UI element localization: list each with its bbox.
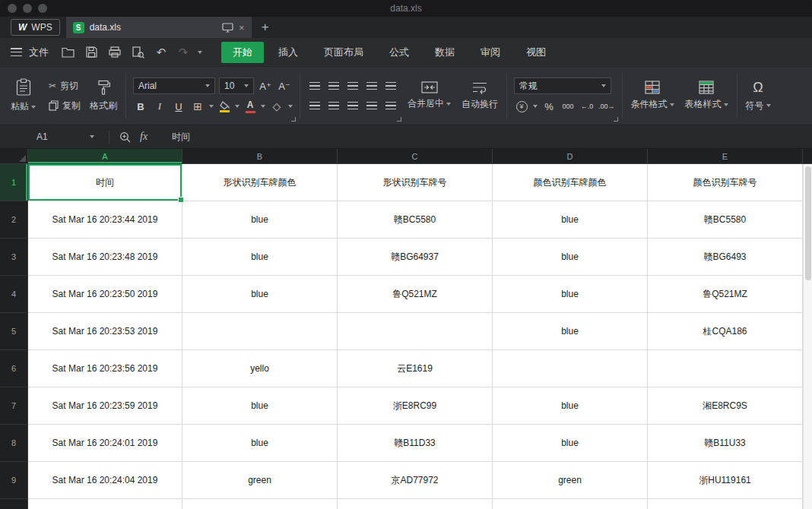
cell-A7[interactable]: Sat Mar 16 20:23:59 2019 <box>28 387 182 425</box>
cell-B10[interactable] <box>182 499 338 509</box>
row-header-4[interactable]: 4 <box>0 276 28 313</box>
cell-D8[interactable]: blue <box>493 425 648 462</box>
redo-icon[interactable]: ↷ <box>176 46 191 59</box>
presentation-mode-icon[interactable] <box>222 23 233 33</box>
cell-E2[interactable]: 赣BC5580 <box>648 201 803 239</box>
ribbon-tab-page-layout[interactable]: 页面布局 <box>312 42 375 63</box>
number-dialog-launcher-icon[interactable] <box>614 117 618 122</box>
save-icon[interactable] <box>83 44 100 61</box>
cell-D4[interactable]: blue <box>493 276 648 313</box>
cell-A1[interactable]: 时间 <box>28 164 182 201</box>
cell-E6[interactable] <box>648 350 803 387</box>
cell-B4[interactable]: blue <box>182 276 338 313</box>
cell-E3[interactable]: 赣BG6493 <box>648 239 803 276</box>
column-header-E[interactable]: E <box>648 149 803 164</box>
cell-C4[interactable]: 鲁Q521MZ <box>338 276 493 313</box>
row-header-6[interactable]: 6 <box>0 350 28 387</box>
font-family-select[interactable]: Arial <box>133 77 215 94</box>
cell-B2[interactable]: blue <box>182 201 338 239</box>
cell-D6[interactable] <box>493 350 648 387</box>
cell-E1[interactable]: 颜色识别车牌号 <box>648 164 803 201</box>
cell-D2[interactable]: blue <box>493 201 648 239</box>
cell-B3[interactable]: blue <box>182 239 338 276</box>
fill-color-caret-icon[interactable] <box>235 105 239 108</box>
cell-B9[interactable]: green <box>182 462 338 499</box>
cell-C10[interactable] <box>338 499 493 509</box>
cell-C7[interactable]: 浙E8RC99 <box>338 387 493 425</box>
undo-icon[interactable]: ↶ <box>154 46 169 59</box>
column-header-D[interactable]: D <box>493 149 648 164</box>
cell-A5[interactable]: Sat Mar 16 20:23:53 2019 <box>28 313 182 350</box>
cell-B1[interactable]: 形状识别车牌颜色 <box>182 164 338 201</box>
symbol-button[interactable]: Ω 符号 <box>741 71 776 121</box>
font-color-button[interactable]: A <box>243 99 257 114</box>
row-header-9[interactable]: 9 <box>0 462 28 499</box>
cell-C6[interactable]: 云E1619 <box>338 350 493 387</box>
alignment-dialog-launcher-icon[interactable] <box>397 117 401 122</box>
cell-name-box[interactable]: A1 <box>0 131 102 142</box>
conditional-format-button[interactable]: 条件格式 <box>626 71 680 121</box>
borders-button[interactable]: ⊞ <box>190 99 205 114</box>
align-right-button[interactable] <box>345 98 360 113</box>
ribbon-tab-review[interactable]: 审阅 <box>469 42 512 63</box>
conditional-format-caret-icon[interactable] <box>670 103 674 106</box>
cell-A2[interactable]: Sat Mar 16 20:23:44 2019 <box>28 201 182 239</box>
copy-button[interactable]: 复制 <box>49 98 81 113</box>
row-header-5[interactable]: 5 <box>0 313 28 350</box>
cell-A8[interactable]: Sat Mar 16 20:24:01 2019 <box>28 425 182 462</box>
column-header-A[interactable]: A <box>28 149 182 164</box>
italic-button[interactable]: I <box>152 99 167 114</box>
cell-D1[interactable]: 颜色识别车牌颜色 <box>493 164 648 201</box>
main-menu-icon[interactable] <box>11 48 22 56</box>
cell-B7[interactable]: blue <box>182 387 338 425</box>
justify-button[interactable] <box>364 98 379 113</box>
wps-home-tab[interactable]: W WPS <box>11 19 60 36</box>
cell-C9[interactable]: 京AD77972 <box>338 462 493 499</box>
cut-button[interactable]: ✂ 剪切 <box>49 78 81 93</box>
cell-E9[interactable]: 浙HU119161 <box>648 462 803 499</box>
cell-E8[interactable]: 赣B11U33 <box>648 425 803 462</box>
fill-color-button[interactable] <box>217 99 231 114</box>
align-left-button[interactable] <box>307 98 322 113</box>
insert-function-button[interactable]: fx <box>140 131 147 143</box>
row-header-7[interactable]: 7 <box>0 387 28 425</box>
ribbon-tab-view[interactable]: 视图 <box>515 42 557 63</box>
align-bottom-button[interactable] <box>345 78 360 93</box>
new-tab-button[interactable]: + <box>262 20 269 35</box>
distributed-button[interactable] <box>383 98 398 113</box>
row-header-8[interactable]: 8 <box>0 425 28 462</box>
number-format-select[interactable]: 常规 <box>514 77 611 94</box>
increase-font-size-button[interactable]: A⁺ <box>258 78 273 93</box>
zoom-icon[interactable] <box>116 128 133 145</box>
cell-C2[interactable]: 赣BC5580 <box>338 201 493 239</box>
cell-E5[interactable]: 桂CQA186 <box>648 313 803 350</box>
cell-E10[interactable] <box>648 499 803 509</box>
ribbon-tab-formulas[interactable]: 公式 <box>378 42 420 63</box>
cell-D5[interactable]: blue <box>493 313 648 350</box>
cell-E7[interactable]: 湘E8RC9S <box>648 387 803 425</box>
cell-A9[interactable]: Sat Mar 16 20:24:04 2019 <box>28 462 182 499</box>
scrollbar-thumb[interactable] <box>805 166 811 280</box>
cell-B6[interactable]: yello <box>182 350 338 387</box>
merge-center-button[interactable]: 合并居中 <box>402 71 456 121</box>
cell-C5[interactable] <box>338 313 493 350</box>
cell-D3[interactable]: blue <box>493 239 648 276</box>
cell-B5[interactable] <box>182 313 338 350</box>
vertical-scrollbar[interactable] <box>803 164 812 509</box>
increase-decimal-button[interactable]: ←.0 <box>579 99 595 114</box>
cell-A4[interactable]: Sat Mar 16 20:23:50 2019 <box>28 276 182 313</box>
comma-style-button[interactable]: 000 <box>560 99 576 114</box>
symbol-caret-icon[interactable] <box>766 104 771 107</box>
cell-A3[interactable]: Sat Mar 16 20:23:48 2019 <box>28 239 182 276</box>
print-icon[interactable] <box>106 44 123 61</box>
cell-C3[interactable]: 赣BG64937 <box>338 239 493 276</box>
print-preview-icon[interactable] <box>130 44 147 61</box>
table-style-caret-icon[interactable] <box>724 103 728 106</box>
currency-style-button[interactable]: ¥ <box>514 99 529 114</box>
increase-indent-button[interactable] <box>383 78 398 93</box>
column-header-B[interactable]: B <box>182 149 338 164</box>
tab-close-icon[interactable]: × <box>239 22 245 33</box>
decrease-decimal-button[interactable]: .00→ <box>598 99 615 114</box>
percent-style-button[interactable]: % <box>541 99 557 114</box>
name-box-caret-icon[interactable] <box>90 135 94 138</box>
